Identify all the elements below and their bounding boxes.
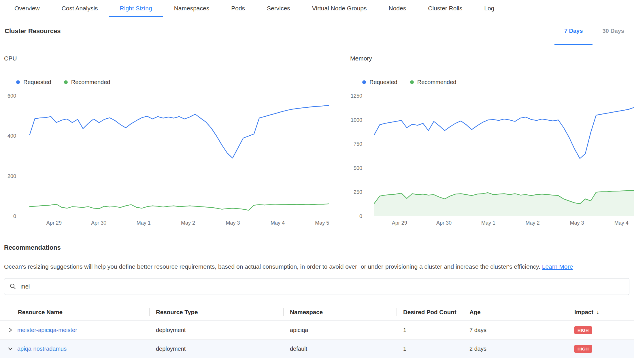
cpu-chart-title: CPU: [4, 45, 333, 66]
legend-dot-recommended: [410, 80, 414, 84]
impact-cell: HIGH: [568, 345, 634, 353]
search-icon: [10, 283, 16, 290]
age-cell: 2 days: [463, 346, 568, 352]
section-title-cluster-resources: Cluster Resources: [5, 27, 61, 35]
legend-item-requested[interactable]: Requested: [362, 79, 397, 86]
memory-chart-title: Memory: [350, 45, 634, 66]
expand-row-chevron-icon[interactable]: [7, 327, 13, 333]
column-header-label: Namespace: [290, 309, 323, 316]
sort-descending-icon[interactable]: ↓: [596, 309, 599, 315]
legend-label: Requested: [369, 79, 397, 86]
resource-name-cell: apiqa-nostradamus: [0, 346, 149, 352]
search-box[interactable]: [4, 278, 629, 295]
svg-text:250: 250: [354, 189, 362, 195]
column-header-label: Age: [469, 309, 481, 316]
svg-text:600: 600: [7, 93, 16, 99]
impact-badge: HIGH: [574, 326, 592, 334]
collapse-row-chevron-icon[interactable]: [7, 346, 13, 352]
svg-text:May 4: May 4: [271, 220, 285, 226]
resource-type-cell: deployment: [149, 327, 283, 333]
range-tab-30-days[interactable]: 30 Days: [593, 17, 634, 45]
legend-dot-requested: [16, 80, 20, 84]
column-header-desired-pod-count[interactable]: Desired Pod Count: [397, 304, 463, 321]
column-header-impact[interactable]: Impact↓: [568, 304, 634, 321]
tab-log[interactable]: Log: [473, 0, 505, 17]
range-tab-7-days[interactable]: 7 Days: [554, 17, 593, 45]
namespace-cell: default: [283, 346, 397, 352]
table-row: apiqa-nostradamusdeploymentdefault12 day…: [0, 340, 634, 358]
svg-text:0: 0: [13, 213, 16, 219]
memory-chart: Memory RequestedRecommended 025050075010…: [350, 45, 634, 228]
legend-item-requested[interactable]: Requested: [16, 79, 51, 86]
column-header-label: Resource Name: [18, 309, 63, 316]
column-header-resource-name[interactable]: Resource Name: [0, 304, 149, 321]
resource-type-cell: deployment: [149, 346, 283, 352]
svg-text:May 2: May 2: [525, 220, 539, 226]
legend-dot-requested: [362, 80, 366, 84]
impact-cell: HIGH: [568, 326, 634, 334]
svg-text:May 3: May 3: [226, 220, 240, 226]
svg-text:1250: 1250: [351, 93, 362, 99]
legend-dot-recommended: [64, 80, 68, 84]
legend-item-recommended[interactable]: Recommended: [64, 79, 110, 86]
resource-name-link[interactable]: meister-apiciqa-meister: [17, 327, 77, 333]
resource-name-link[interactable]: apiqa-nostradamus: [17, 346, 67, 352]
tab-cost-analysis[interactable]: Cost Analysis: [51, 0, 109, 17]
main-tabs: OverviewCost AnalysisRight SizingNamespa…: [0, 0, 634, 17]
cpu-chart: CPU RequestedRecommended 0200400600Apr 2…: [4, 45, 333, 228]
memory-chart-plot: 025050075010001250Apr 29Apr 30May 1May 2…: [350, 92, 634, 228]
tab-namespaces[interactable]: Namespaces: [163, 0, 220, 17]
charts-row: CPU RequestedRecommended 0200400600Apr 2…: [0, 45, 634, 228]
svg-text:May 4: May 4: [614, 220, 629, 226]
tab-pods[interactable]: Pods: [220, 0, 256, 17]
column-header-label: Impact: [574, 309, 593, 316]
age-cell: 7 days: [463, 327, 568, 333]
search-input[interactable]: [20, 283, 624, 290]
tab-nodes[interactable]: Nodes: [378, 0, 417, 17]
legend-label: Recommended: [417, 79, 456, 86]
cpu-chart-legend: RequestedRecommended: [4, 79, 333, 86]
table-header: Resource NameResource TypeNamespaceDesir…: [0, 304, 634, 321]
table-body: meister-apiciqa-meisterdeploymentapiciqa…: [0, 321, 634, 358]
legend-label: Recommended: [71, 79, 110, 86]
tab-overview[interactable]: Overview: [3, 0, 51, 17]
namespace-cell: apiciqa: [283, 327, 397, 333]
tab-right-sizing[interactable]: Right Sizing: [109, 0, 163, 17]
recommendations-description: Ocean's resizing suggestions will help y…: [4, 262, 629, 271]
svg-text:May 1: May 1: [481, 220, 495, 226]
learn-more-link[interactable]: Learn More: [542, 263, 573, 270]
resource-name-cell: meister-apiciqa-meister: [0, 327, 149, 333]
svg-text:1000: 1000: [351, 117, 362, 123]
impact-badge: HIGH: [574, 345, 592, 353]
memory-chart-legend: RequestedRecommended: [350, 79, 634, 86]
tab-cluster-rolls[interactable]: Cluster Rolls: [417, 0, 473, 17]
svg-text:0: 0: [359, 213, 362, 219]
svg-text:500: 500: [354, 165, 362, 171]
cluster-resources-header: Cluster Resources 7 Days30 Days: [0, 17, 634, 45]
svg-text:750: 750: [354, 141, 362, 147]
column-header-label: Desired Pod Count: [403, 309, 456, 316]
desired-pod-count-cell: 1: [397, 327, 463, 333]
desired-pod-count-cell: 1: [397, 346, 463, 352]
svg-text:Apr 30: Apr 30: [436, 220, 452, 226]
tab-virtual-node-groups[interactable]: Virtual Node Groups: [301, 0, 378, 17]
recommendations-table: Resource NameResource TypeNamespaceDesir…: [0, 304, 634, 358]
recommendations-description-text: Ocean's resizing suggestions will help y…: [4, 263, 540, 270]
legend-label: Requested: [23, 79, 51, 86]
time-range-tabs: 7 Days30 Days: [554, 17, 634, 45]
column-header-age[interactable]: Age: [463, 304, 568, 321]
svg-text:Apr 29: Apr 29: [46, 220, 62, 226]
svg-text:May 2: May 2: [181, 220, 195, 226]
svg-text:400: 400: [7, 133, 16, 139]
svg-text:Apr 30: Apr 30: [91, 220, 106, 226]
svg-text:May 3: May 3: [570, 220, 584, 226]
svg-text:Apr 29: Apr 29: [392, 220, 407, 226]
column-header-label: Resource Type: [156, 309, 198, 316]
cpu-chart-plot: 0200400600Apr 29Apr 30May 1May 2May 3May…: [4, 92, 333, 228]
tab-services[interactable]: Services: [256, 0, 301, 17]
column-header-namespace[interactable]: Namespace: [283, 304, 397, 321]
table-row: meister-apiciqa-meisterdeploymentapiciqa…: [0, 321, 634, 340]
legend-item-recommended[interactable]: Recommended: [410, 79, 456, 86]
column-header-resource-type[interactable]: Resource Type: [149, 304, 283, 321]
svg-text:May 1: May 1: [137, 220, 151, 226]
